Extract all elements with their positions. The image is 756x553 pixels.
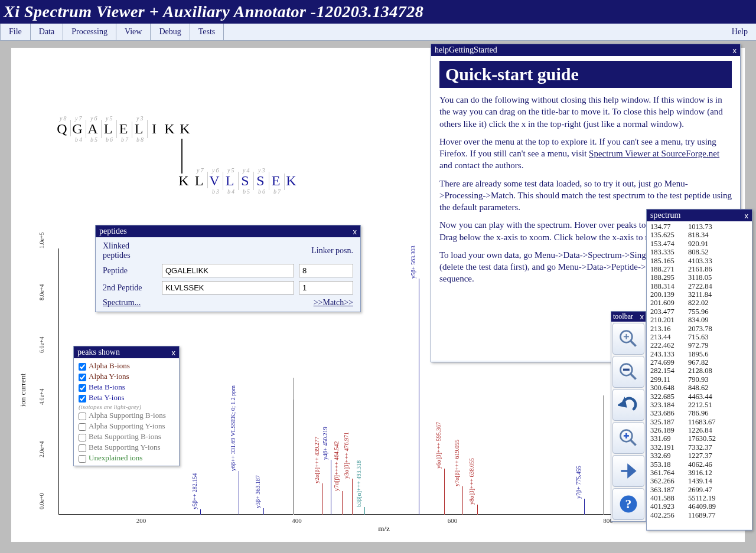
spectrum-row: 402.25611689.77 — [650, 511, 748, 519]
spectrum-row: 243.1331895.6 — [650, 350, 748, 358]
checkbox[interactable] — [79, 434, 86, 441]
peak[interactable]: y2α[β]+++ 439.277 — [322, 483, 323, 515]
spectrum-data-panel: spectrum x 134.771013.73135.625818.34153… — [646, 209, 752, 531]
menu-debug[interactable]: Debug — [151, 24, 190, 40]
zoom-fit-button[interactable] — [612, 422, 644, 454]
spectrum-row: 361.7643916.12 — [650, 469, 748, 477]
help-button[interactable]: ? — [612, 488, 644, 520]
peak[interactable] — [294, 400, 294, 515]
spectrum-row: 331.6917630.52 — [650, 434, 748, 443]
close-icon[interactable]: x — [172, 348, 176, 357]
residue: K — [164, 121, 177, 137]
peak[interactable]: y6β++ 331.69 VLSSEK; 0; 1.2 ppm — [239, 471, 239, 515]
residue: Ly3b8 — [133, 121, 146, 137]
residue: Sy4b5 — [239, 173, 252, 189]
peak-filter-option[interactable]: Beta Supporting B-ions — [79, 431, 174, 442]
peak[interactable]: y6α[β]+++ 595.367 — [444, 469, 445, 515]
close-icon[interactable]: x — [733, 46, 737, 55]
zoom-out-button[interactable] — [612, 356, 644, 388]
peak-filter-option[interactable]: Unexplained ions — [79, 453, 174, 463]
close-icon[interactable]: x — [640, 312, 644, 321]
peak-filter-option[interactable]: Beta Supporting Y-ions — [79, 442, 174, 453]
checkbox[interactable] — [79, 455, 86, 463]
spectrum-row: 222.462972.79 — [650, 341, 748, 349]
residue: Eb7 — [118, 121, 131, 137]
peak[interactable]: y7α[β]+++ 619.055 — [462, 486, 463, 515]
peptide1-input[interactable] — [162, 264, 294, 277]
menu-help[interactable]: Help — [724, 24, 756, 40]
toolbar-panel-title[interactable]: toolbar x — [611, 312, 646, 322]
peaks-panel: peaks shown x Alpha B-ionsAlpha Y-ionsBe… — [73, 346, 180, 466]
spectrum-row: 323.686786.96 — [650, 409, 748, 417]
peak[interactable] — [603, 395, 604, 515]
help-p3: There are already some test data loaded,… — [439, 178, 732, 214]
help-panel-title[interactable]: helpGettingStarted x — [431, 44, 740, 56]
checkbox[interactable] — [79, 423, 86, 431]
spectrum-row: 200.1393211.84 — [650, 290, 748, 299]
x-axis-label: m/z — [378, 524, 390, 534]
checkbox[interactable] — [79, 395, 86, 403]
spectrum-link[interactable]: Spectrum... — [103, 298, 141, 307]
menu-file[interactable]: File — [0, 24, 31, 40]
peak[interactable]: y7β+ 775.455 — [584, 499, 585, 515]
spectrum-row: 188.2712161.86 — [650, 265, 748, 273]
peaks-panel-title-text: peaks shown — [77, 348, 120, 357]
checkbox[interactable] — [79, 444, 86, 452]
close-icon[interactable]: x — [745, 211, 749, 220]
peptides-panel-title[interactable]: peptides x — [96, 225, 360, 237]
residue: Ly5b4 — [224, 173, 237, 189]
spectrum-row: 401.58855112.19 — [650, 494, 748, 502]
crosslink-line — [181, 139, 183, 174]
menu-tests[interactable]: Tests — [190, 24, 224, 40]
residue: Ay6b5 — [87, 121, 100, 137]
peak[interactable]: y3α[β]+++ 476.971 — [352, 479, 353, 515]
peak[interactable]: y7α[β]++++ 464.542 — [342, 491, 343, 515]
close-icon[interactable]: x — [353, 227, 357, 236]
peptide2-input[interactable] — [162, 281, 294, 295]
help-p2: Hover over the menu at the top to explor… — [439, 136, 732, 172]
peak-filter-option[interactable]: Beta Y-ions — [79, 392, 174, 403]
peak[interactable]: y5β++ 282.154 — [200, 509, 201, 515]
spectrum-row: 362.2661439.14 — [650, 477, 748, 485]
peak-filter-option[interactable]: Alpha Supporting Y-ions — [79, 421, 174, 431]
question-icon: ? — [618, 493, 639, 515]
spectrum-row: 188.2953118.05 — [650, 273, 748, 282]
spectrum-row: 325.18711683.67 — [650, 418, 748, 426]
svg-text:?: ? — [625, 497, 632, 511]
toolbar-panel: toolbar x ? — [611, 311, 646, 522]
peak-filter-option[interactable]: Alpha Y-ions — [79, 371, 174, 382]
peaks-panel-title[interactable]: peaks shown x — [74, 346, 179, 358]
menu-data[interactable]: Data — [31, 24, 63, 40]
residue: Sy3b6 — [255, 173, 268, 189]
peak-filter-option[interactable]: Alpha B-ions — [79, 361, 174, 371]
checkbox[interactable] — [79, 384, 86, 392]
sourceforge-link[interactable]: Spectrum Viewer at SourceForge.net — [589, 149, 719, 158]
svg-line-5 — [631, 374, 636, 379]
residue: I — [148, 121, 161, 137]
peak[interactable]: y8α[β]+++ 638.055 — [477, 505, 478, 515]
peak-filter-option[interactable]: Beta B-ions — [79, 382, 174, 392]
magnify-plus-small-icon — [618, 427, 639, 449]
app-title: Xi Spectrum Viewer + Auxiliary Annotator… — [0, 0, 756, 24]
linker1-input[interactable] — [299, 264, 353, 277]
arrow-right-icon — [618, 460, 639, 482]
peak[interactable]: y5β+ 563.303 — [419, 279, 419, 515]
checkbox[interactable] — [79, 363, 86, 371]
undo-button[interactable] — [612, 389, 644, 421]
checkbox[interactable] — [79, 374, 86, 381]
spectrum-panel-title[interactable]: spectrum x — [647, 210, 752, 221]
peaks-note: (isotopes are light-grey) — [79, 403, 174, 410]
checkbox[interactable] — [79, 413, 86, 420]
menu-processing[interactable]: Processing — [63, 24, 116, 40]
peak[interactable]: y4β+ 450.219 — [331, 460, 331, 515]
linker2-input[interactable] — [299, 281, 353, 295]
spectrum-data-list[interactable]: 134.771013.73135.625818.34153.474920.911… — [647, 221, 752, 529]
zoom-in-button[interactable] — [612, 323, 644, 355]
residue: Vy6b3 — [208, 173, 221, 189]
peak[interactable]: y3β+ 363.187 — [263, 508, 264, 515]
peak-filter-option[interactable]: Alpha Supporting B-ions — [79, 410, 174, 421]
match-link[interactable]: >>Match>> — [314, 298, 353, 307]
peak[interactable]: b3β[α]+++ 493.318 — [364, 507, 365, 515]
menu-view[interactable]: View — [116, 24, 151, 40]
next-button[interactable] — [612, 455, 644, 487]
